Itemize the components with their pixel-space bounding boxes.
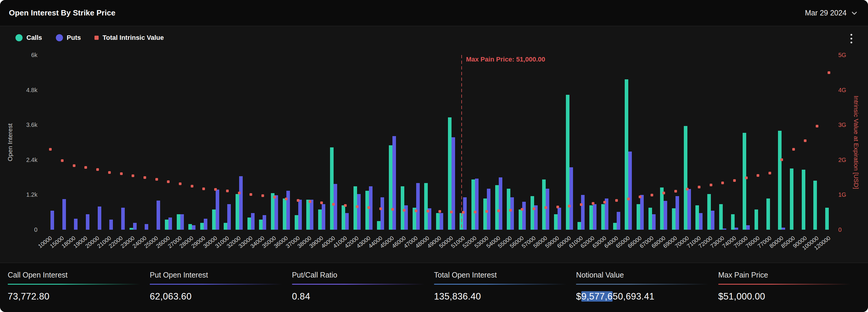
call-bar[interactable] xyxy=(247,218,251,230)
intrinsic-value-dot[interactable] xyxy=(615,199,618,202)
put-bar[interactable] xyxy=(239,176,243,230)
intrinsic-value-dot[interactable] xyxy=(769,172,771,175)
put-bar[interactable] xyxy=(216,190,219,230)
put-bar[interactable] xyxy=(393,136,396,230)
intrinsic-value-dot[interactable] xyxy=(108,171,111,174)
put-bar[interactable] xyxy=(475,179,478,230)
put-bar[interactable] xyxy=(109,220,113,230)
call-bar[interactable] xyxy=(695,205,699,230)
intrinsic-value-dot[interactable] xyxy=(651,194,653,196)
call-bar[interactable] xyxy=(471,180,475,230)
call-bar[interactable] xyxy=(224,223,227,230)
call-bar[interactable] xyxy=(578,222,581,230)
intrinsic-value-dot[interactable] xyxy=(721,182,724,184)
intrinsic-value-dot[interactable] xyxy=(427,210,429,213)
call-bar[interactable] xyxy=(601,204,605,230)
call-bar[interactable] xyxy=(766,198,770,230)
put-bar[interactable] xyxy=(298,200,302,230)
call-bar[interactable] xyxy=(495,185,499,230)
intrinsic-value-dot[interactable] xyxy=(756,174,759,177)
call-bar[interactable] xyxy=(436,213,440,230)
call-bar[interactable] xyxy=(637,204,640,230)
intrinsic-value-dot[interactable] xyxy=(438,210,441,213)
intrinsic-value-dot[interactable] xyxy=(603,201,606,204)
call-bar[interactable] xyxy=(212,210,216,230)
put-bar[interactable] xyxy=(133,223,137,230)
put-bar[interactable] xyxy=(334,184,337,230)
call-bar[interactable] xyxy=(236,194,239,230)
put-bar[interactable] xyxy=(204,219,207,230)
intrinsic-value-dot[interactable] xyxy=(132,175,134,177)
intrinsic-value-dot[interactable] xyxy=(238,192,241,194)
intrinsic-value-dot[interactable] xyxy=(828,71,830,74)
call-bar[interactable] xyxy=(330,147,334,230)
call-bar[interactable] xyxy=(707,194,711,230)
call-bar[interactable] xyxy=(424,183,428,230)
legend-item-intrinsic-value[interactable]: Total Intrinsic Value xyxy=(94,34,164,41)
call-bar[interactable] xyxy=(365,191,369,230)
put-bar[interactable] xyxy=(510,197,514,230)
intrinsic-value-dot[interactable] xyxy=(179,182,182,185)
intrinsic-value-dot[interactable] xyxy=(497,210,500,212)
call-bar[interactable] xyxy=(754,210,758,230)
put-bar[interactable] xyxy=(262,215,266,230)
intrinsic-value-dot[interactable] xyxy=(816,125,818,127)
intrinsic-value-dot[interactable] xyxy=(474,211,476,213)
put-bar[interactable] xyxy=(192,225,195,230)
put-bar[interactable] xyxy=(781,228,785,230)
intrinsic-value-dot[interactable] xyxy=(533,208,535,210)
call-bar[interactable] xyxy=(483,198,487,230)
intrinsic-value-dot[interactable] xyxy=(84,166,87,169)
intrinsic-value-dot[interactable] xyxy=(556,206,559,208)
intrinsic-value-dot[interactable] xyxy=(674,190,677,192)
intrinsic-value-dot[interactable] xyxy=(639,195,641,198)
put-bar[interactable] xyxy=(62,199,66,230)
put-bar[interactable] xyxy=(676,196,679,230)
intrinsic-value-dot[interactable] xyxy=(486,210,488,213)
put-bar[interactable] xyxy=(711,211,714,230)
intrinsic-value-dot[interactable] xyxy=(356,205,359,208)
intrinsic-value-dot[interactable] xyxy=(273,196,276,198)
put-bar[interactable] xyxy=(157,200,160,230)
intrinsic-value-dot[interactable] xyxy=(804,139,807,142)
put-bar[interactable] xyxy=(499,177,502,230)
intrinsic-value-dot[interactable] xyxy=(73,164,75,167)
put-bar[interactable] xyxy=(168,218,172,230)
put-bar[interactable] xyxy=(640,195,644,230)
intrinsic-value-dot[interactable] xyxy=(49,148,52,151)
intrinsic-value-dot[interactable] xyxy=(214,188,217,191)
put-bar[interactable] xyxy=(416,183,420,230)
intrinsic-value-dot[interactable] xyxy=(710,184,712,186)
call-bar[interactable] xyxy=(531,196,534,230)
put-bar[interactable] xyxy=(51,211,54,230)
call-bar[interactable] xyxy=(259,220,262,230)
call-bar[interactable] xyxy=(519,210,522,230)
intrinsic-value-dot[interactable] xyxy=(191,185,193,187)
intrinsic-value-dot[interactable] xyxy=(415,210,417,212)
legend-item-calls[interactable]: Calls xyxy=(16,34,42,41)
put-bar[interactable] xyxy=(663,201,667,230)
put-bar[interactable] xyxy=(74,219,78,230)
intrinsic-value-dot[interactable] xyxy=(320,201,323,204)
put-bar[interactable] xyxy=(145,224,148,230)
intrinsic-value-dot[interactable] xyxy=(167,180,169,183)
intrinsic-value-dot[interactable] xyxy=(627,197,630,200)
put-bar[interactable] xyxy=(251,213,255,230)
date-selector[interactable]: Mar 29 2024 xyxy=(805,9,858,17)
intrinsic-value-dot[interactable] xyxy=(662,192,665,194)
intrinsic-value-dot[interactable] xyxy=(261,194,264,197)
legend-item-puts[interactable]: Puts xyxy=(56,34,81,41)
call-bar[interactable] xyxy=(129,228,133,230)
call-bar[interactable] xyxy=(731,214,735,230)
call-bar[interactable] xyxy=(188,224,192,230)
put-bar[interactable] xyxy=(735,228,738,230)
put-bar[interactable] xyxy=(286,191,290,230)
intrinsic-value-dot[interactable] xyxy=(792,148,795,151)
put-bar[interactable] xyxy=(628,152,632,230)
intrinsic-value-dot[interactable] xyxy=(580,203,583,206)
call-bar[interactable] xyxy=(825,208,829,230)
intrinsic-value-dot[interactable] xyxy=(368,206,370,209)
put-bar[interactable] xyxy=(322,204,325,230)
put-bar[interactable] xyxy=(546,189,549,230)
call-bar[interactable] xyxy=(613,223,617,230)
